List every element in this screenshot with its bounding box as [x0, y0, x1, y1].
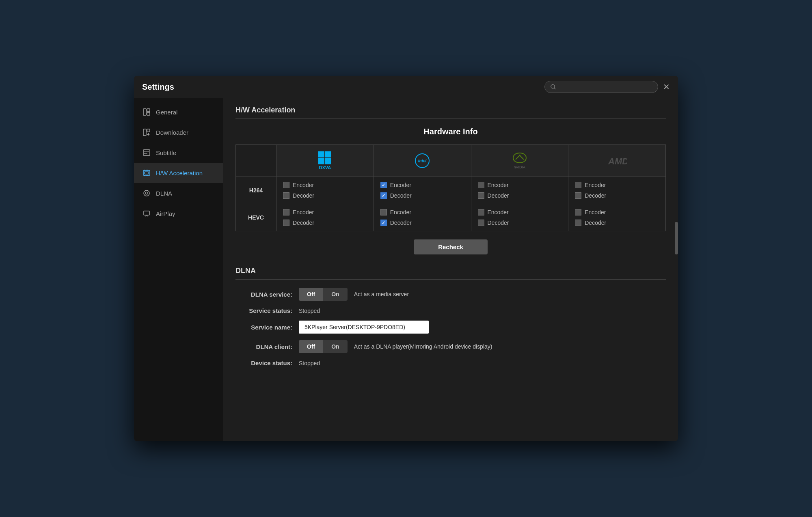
sidebar-item-general[interactable]: General — [134, 102, 223, 122]
service-name-input[interactable] — [299, 321, 429, 334]
decoder-label: Decoder — [488, 192, 509, 199]
codec-options: Encoder Decoder — [478, 209, 562, 226]
nvidia-logo: nVIDIA — [478, 152, 562, 169]
intel-h264-decoder-row[interactable]: Decoder — [380, 192, 412, 199]
close-button[interactable]: ✕ — [663, 83, 670, 91]
service-status-label: Service status: — [235, 307, 292, 314]
dlna-service-toggle[interactable]: Off On — [299, 288, 348, 301]
airplay-icon — [142, 209, 151, 218]
amd-hevc: Encoder Decoder — [568, 204, 666, 231]
search-box[interactable] — [544, 81, 658, 93]
svg-rect-6 — [147, 129, 150, 132]
intel-h264-decoder-checkbox[interactable] — [380, 192, 387, 199]
downloader-icon — [142, 128, 151, 137]
amd-hevc-decoder-checkbox[interactable] — [575, 220, 581, 226]
dlna-service-on-btn[interactable]: On — [323, 288, 347, 301]
dlna-client-off-btn[interactable]: Off — [299, 340, 323, 353]
dxva-h264: Encoder Decoder — [276, 177, 374, 204]
intel-hevc-encoder-row[interactable]: Encoder — [380, 209, 411, 215]
service-status-row: Service status: Stopped — [235, 307, 666, 314]
content-area: H/W Acceleration Hardware Info DXVA — [223, 98, 678, 441]
dlna-service-row: DLNA service: Off On Act as a media serv… — [235, 288, 666, 301]
svg-rect-3 — [147, 109, 150, 112]
sidebar-label-subtitle: Subtitle — [156, 149, 176, 156]
dlna-service-label: DLNA service: — [235, 291, 292, 298]
device-status-value: Stopped — [299, 360, 320, 366]
svg-point-20 — [145, 192, 148, 194]
dxva-hevc-encoder-row[interactable]: Encoder — [283, 209, 314, 215]
scrollbar-track[interactable] — [675, 98, 678, 441]
nvidia-hevc-decoder-row[interactable]: Decoder — [478, 220, 509, 226]
hw-acceleration-icon — [142, 168, 151, 177]
amd-h264-encoder-row[interactable]: Encoder — [575, 182, 606, 188]
sidebar-item-airplay[interactable]: AirPlay — [134, 203, 223, 224]
amd-hevc-encoder-checkbox[interactable] — [575, 209, 581, 215]
decoder-label: Decoder — [585, 220, 606, 226]
settings-window: Settings ✕ — [134, 76, 678, 441]
sidebar-item-hw-acceleration[interactable]: H/W Acceleration — [134, 163, 223, 183]
dxva-h264-decoder-row[interactable]: Decoder — [283, 192, 314, 199]
nvidia-hevc-encoder-row[interactable]: Encoder — [478, 209, 509, 215]
dxva-hevc-encoder-checkbox[interactable] — [283, 209, 289, 215]
dlna-service-off-btn[interactable]: Off — [299, 288, 323, 301]
sidebar-label-hw-acceleration: H/W Acceleration — [156, 170, 203, 177]
dlna-client-toggle[interactable]: Off On — [299, 340, 348, 353]
nvidia-h264-decoder-checkbox[interactable] — [478, 192, 484, 199]
scrollbar-thumb[interactable] — [675, 222, 678, 254]
amd-h264-decoder-checkbox[interactable] — [575, 192, 581, 199]
dxva-h264-encoder-checkbox[interactable] — [283, 182, 289, 188]
dlna-client-label: DLNA client: — [235, 343, 292, 350]
dxva-h264-decoder-checkbox[interactable] — [283, 192, 289, 199]
amd-h264-decoder-row[interactable]: Decoder — [575, 192, 606, 199]
hevc-label: HEVC — [236, 204, 276, 231]
dxva-hevc-decoder-row[interactable]: Decoder — [283, 220, 314, 226]
hardware-table: DXVA intel — [235, 144, 666, 231]
nvidia-hevc: Encoder Decoder — [471, 204, 568, 231]
amd-h264: Encoder Decoder — [568, 177, 666, 204]
search-icon — [551, 84, 556, 90]
windows-logo — [318, 151, 331, 164]
codec-options: Encoder Decoder — [380, 182, 464, 199]
nvidia-hevc-decoder-checkbox[interactable] — [478, 220, 484, 226]
sidebar-item-subtitle[interactable]: Subtitle — [134, 142, 223, 163]
intel-hevc-decoder-checkbox[interactable] — [380, 220, 387, 226]
service-status-value: Stopped — [299, 308, 320, 314]
svg-line-1 — [554, 88, 555, 89]
decoder-label: Decoder — [293, 192, 314, 199]
codec-options: Encoder Decoder — [283, 209, 367, 226]
dxva-hevc-decoder-checkbox[interactable] — [283, 220, 289, 226]
nvidia-h264-encoder-checkbox[interactable] — [478, 182, 484, 188]
search-input[interactable] — [559, 84, 652, 90]
sidebar-item-downloader[interactable]: Downloader — [134, 122, 223, 142]
codec-options: Encoder Decoder — [283, 182, 367, 199]
sidebar-item-dlna[interactable]: DLNA — [134, 183, 223, 203]
dlna-section: DLNA DLNA service: Off On Act as a media… — [235, 267, 666, 366]
dxva-h264-encoder-row[interactable]: Encoder — [283, 182, 314, 188]
amd-hevc-decoder-row[interactable]: Decoder — [575, 220, 606, 226]
intel-h264-encoder-checkbox[interactable] — [380, 182, 387, 188]
recheck-button[interactable]: Recheck — [414, 239, 488, 254]
dxva-logo: DXVA — [283, 151, 367, 170]
amd-h264-encoder-checkbox[interactable] — [575, 182, 581, 188]
encoder-label: Encoder — [488, 182, 509, 188]
intel-hevc-encoder-checkbox[interactable] — [380, 209, 387, 215]
dxva-label: DXVA — [319, 165, 331, 170]
col-intel: intel — [374, 145, 471, 177]
title-bar-right: ✕ — [544, 81, 670, 93]
intel-h264-encoder-row[interactable]: Encoder — [380, 182, 411, 188]
dlna-service-desc: Act as a media server — [354, 291, 409, 297]
amd-hevc-encoder-row[interactable]: Encoder — [575, 209, 606, 215]
sidebar-label-general: General — [156, 109, 177, 116]
intel-hevc-decoder-row[interactable]: Decoder — [380, 220, 412, 226]
window-title: Settings — [142, 82, 174, 92]
dlna-section-heading: DLNA — [235, 267, 666, 280]
h264-label: H264 — [236, 177, 276, 204]
dlna-client-on-btn[interactable]: On — [323, 340, 347, 353]
subtitle-icon — [142, 148, 151, 157]
nvidia-hevc-encoder-checkbox[interactable] — [478, 209, 484, 215]
nvidia-h264: Encoder Decoder — [471, 177, 568, 204]
nvidia-h264-encoder-row[interactable]: Encoder — [478, 182, 509, 188]
intel-logo: intel — [380, 153, 464, 168]
nvidia-h264-decoder-row[interactable]: Decoder — [478, 192, 509, 199]
svg-rect-8 — [143, 150, 150, 155]
